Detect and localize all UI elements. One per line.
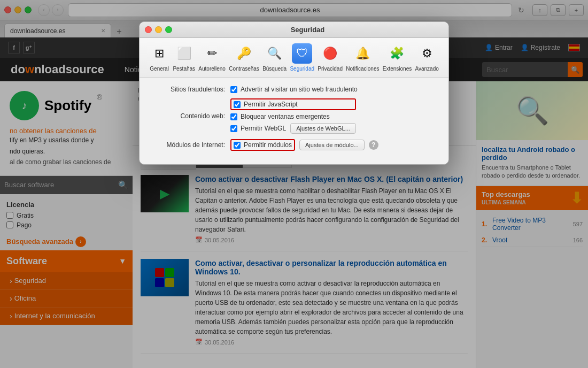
toolbar-autorelleno-icon: ✏: [202, 43, 222, 64]
fraudulent-check-text: Advertir al visitar un sitio web fraudul…: [241, 86, 358, 93]
dialog-webcontent-label: Contenido web:: [150, 112, 225, 120]
js-checkbox[interactable]: [234, 101, 241, 108]
toolbar-privacidad[interactable]: 🔴 Privacidad: [318, 43, 343, 72]
dialog-webcontent-row: Contenido web: Permitir JavaScript Bloqu…: [150, 98, 438, 134]
dialog-plugins-label: Módulos de Internet:: [150, 141, 225, 149]
toolbar-avanzado-icon: ⚙: [417, 43, 437, 64]
dialog-title: Seguridad: [172, 26, 443, 34]
webgl-checkbox-label[interactable]: Permitir WebGL: [230, 125, 286, 132]
toolbar-contrasenas[interactable]: 🔑 Contraseñas: [229, 43, 259, 72]
dialog-maximize-button[interactable]: [165, 26, 172, 33]
toolbar-seguridad[interactable]: 🛡 Seguridad: [290, 43, 314, 72]
dialog-toolbar: ⊞ General ⬜ Pestañas ✏ Autorelleno 🔑 Con…: [140, 38, 448, 78]
toolbar-seguridad-label: Seguridad: [290, 66, 314, 72]
toolbar-seguridad-icon: 🛡: [292, 43, 312, 64]
webgl-checkbox[interactable]: [230, 125, 237, 132]
toolbar-busqueda[interactable]: 🔍 Búsqueda: [262, 43, 287, 72]
toolbar-pestanas-icon: ⬜: [174, 43, 194, 64]
dialog-overlay: Seguridad ⊞ General ⬜ Pestañas ✏ Autorel…: [0, 0, 588, 368]
security-dialog: Seguridad ⊞ General ⬜ Pestañas ✏ Autorel…: [139, 21, 449, 165]
plugins-check-text: Permitir módulos: [244, 141, 292, 149]
toolbar-extensiones-icon: 🧩: [387, 43, 407, 64]
fraudulent-checkbox[interactable]: [230, 86, 237, 93]
popups-checkbox[interactable]: [230, 113, 237, 120]
dialog-content: Sitios fraudulentos: Advertir al visitar…: [140, 78, 448, 164]
dialog-titlebar: Seguridad: [140, 22, 448, 38]
toolbar-busqueda-label: Búsqueda: [262, 66, 287, 72]
dialog-plugins-row: Módulos de Internet: Permitir módulos Aj…: [150, 139, 438, 151]
webgl-row: Permitir WebGL Ajustes de WebGL...: [230, 123, 356, 134]
webgl-settings-button[interactable]: Ajustes de WebGL...: [290, 123, 356, 134]
toolbar-general-icon: ⊞: [149, 43, 169, 64]
toolbar-avanzado[interactable]: ⚙ Avanzado: [415, 43, 438, 72]
toolbar-contrasenas-label: Contraseñas: [229, 66, 259, 72]
toolbar-pestanas[interactable]: ⬜ Pestañas: [173, 43, 195, 72]
plugins-settings-button[interactable]: Ajustes de módulo...: [299, 140, 365, 150]
toolbar-notificaciones[interactable]: 🔔 Notificaciones: [346, 43, 379, 72]
toolbar-contrasenas-icon: 🔑: [234, 43, 254, 64]
dialog-close-button[interactable]: [145, 26, 152, 33]
toolbar-notificaciones-label: Notificaciones: [346, 66, 379, 72]
dialog-fraudulent-row: Sitios fraudulentos: Advertir al visitar…: [150, 86, 438, 93]
dialog-webcontent-content: Permitir JavaScript Bloquear ventanas em…: [230, 98, 356, 134]
js-label: Permitir JavaScript: [244, 101, 298, 108]
toolbar-notificaciones-icon: 🔔: [352, 43, 373, 64]
toolbar-general[interactable]: ⊞ General: [149, 43, 169, 72]
toolbar-general-label: General: [150, 66, 169, 72]
dialog-plugins-content: Permitir módulos Ajustes de módulo... ?: [230, 139, 378, 151]
help-icon[interactable]: ?: [369, 140, 378, 150]
toolbar-extensiones-label: Extensiones: [383, 66, 412, 72]
toolbar-extensiones[interactable]: 🧩 Extensiones: [383, 43, 412, 72]
toolbar-autorelleno[interactable]: ✏ Autorelleno: [198, 43, 226, 72]
dialog-fraudulent-content: Advertir al visitar un sitio web fraudul…: [230, 86, 358, 93]
plugins-checkbox[interactable]: [234, 142, 241, 149]
js-checkbox-label[interactable]: Permitir JavaScript: [230, 98, 356, 110]
toolbar-autorelleno-label: Autorelleno: [198, 66, 226, 72]
webgl-label: Permitir WebGL: [241, 125, 286, 132]
toolbar-privacidad-label: Privacidad: [318, 66, 343, 72]
toolbar-privacidad-icon: 🔴: [320, 43, 341, 64]
toolbar-avanzado-label: Avanzado: [415, 66, 438, 72]
popups-label: Bloquear ventanas emergentes: [241, 113, 330, 120]
plugins-checkbox-label[interactable]: Permitir módulos: [230, 139, 295, 151]
dialog-minimize-button[interactable]: [155, 26, 162, 33]
fraudulent-checkbox-label[interactable]: Advertir al visitar un sitio web fraudul…: [230, 86, 358, 93]
dialog-fraudulent-label: Sitios fraudulentos:: [150, 86, 225, 93]
popups-checkbox-label[interactable]: Bloquear ventanas emergentes: [230, 113, 356, 120]
toolbar-pestanas-label: Pestañas: [173, 66, 195, 72]
toolbar-busqueda-icon: 🔍: [265, 43, 285, 64]
